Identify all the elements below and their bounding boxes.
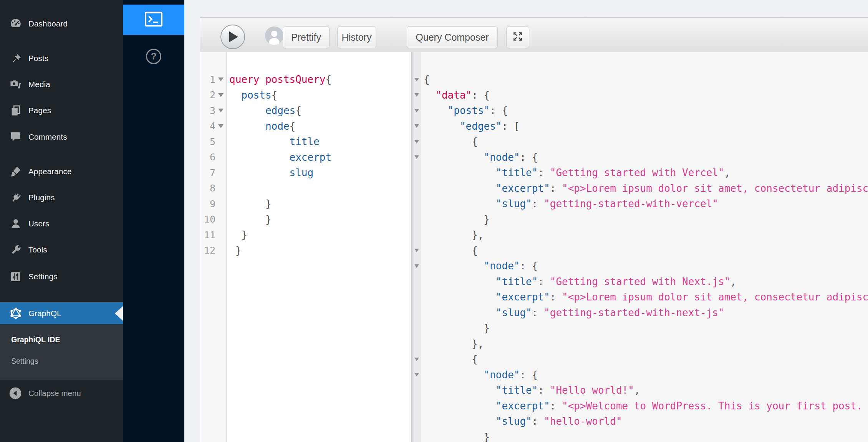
- code-line: "slug": "getting-started-with-vercel": [421, 196, 868, 212]
- gutter-row: [412, 320, 421, 336]
- gutter-row: 10: [200, 212, 226, 228]
- execute-query-button[interactable]: [220, 25, 245, 49]
- editor-gutter: 123456789101112: [200, 52, 227, 442]
- gutter-row: [412, 429, 421, 442]
- sidebar-item-label: Pages: [28, 106, 51, 115]
- graphiql-app: Prettify History Query Composer 12345678…: [200, 17, 868, 442]
- code-line: }: [421, 212, 868, 228]
- code-line: "node": {: [421, 150, 868, 165]
- code-line: {: [421, 134, 868, 150]
- fold-arrow-icon[interactable]: [218, 93, 224, 97]
- prettify-button[interactable]: Prettify: [283, 26, 330, 48]
- graphiql-rail: ?: [123, 0, 184, 442]
- sidebar-item-media[interactable]: Media: [0, 74, 123, 95]
- sidebar-item-pages[interactable]: Pages: [0, 100, 123, 121]
- fold-arrow-icon[interactable]: [414, 358, 419, 361]
- query-editor[interactable]: query postsQuery{ posts{ edges{ node{ ti…: [227, 52, 411, 442]
- submenu-item-graphiql-ide[interactable]: GraphiQL IDE: [11, 335, 60, 344]
- plug-icon: [9, 191, 22, 204]
- gutter-row: [412, 383, 421, 398]
- fullscreen-button[interactable]: [506, 26, 529, 48]
- code-line: {: [421, 72, 868, 87]
- wrench-icon: [9, 243, 22, 256]
- gutter-row: [412, 212, 421, 228]
- graphiql-toggle-button[interactable]: [123, 5, 184, 35]
- gutter-row: [412, 305, 421, 321]
- line-number: 6: [200, 152, 215, 163]
- fold-arrow-icon[interactable]: [218, 78, 224, 81]
- avatar[interactable]: [265, 26, 283, 45]
- fold-arrow-icon[interactable]: [218, 109, 224, 112]
- gutter-row: 5: [200, 134, 226, 150]
- gutter-row: 1: [200, 72, 226, 87]
- sidebar-item-label: Tools: [28, 245, 47, 254]
- gutter-row: [412, 227, 421, 243]
- code-line: "slug": "hello-world": [421, 414, 868, 429]
- fold-arrow-icon[interactable]: [414, 264, 419, 268]
- help-button[interactable]: ?: [123, 43, 184, 69]
- fold-arrow-icon[interactable]: [414, 155, 419, 159]
- code-line: }: [227, 227, 411, 243]
- fold-arrow-icon[interactable]: [414, 373, 419, 376]
- code-line: "data": {: [421, 87, 868, 103]
- fold-arrow-icon[interactable]: [218, 124, 224, 128]
- collapse-menu-button[interactable]: Collapse menu: [0, 385, 123, 402]
- code-line: }: [227, 196, 411, 212]
- code-line: },: [421, 227, 868, 243]
- collapse-icon: [8, 386, 22, 400]
- result-viewer: { "data": { "posts": { "edges": [ { "nod…: [421, 52, 868, 442]
- sidebar-item-label: Plugins: [28, 193, 55, 202]
- line-number: 8: [200, 183, 215, 194]
- gutter-row: 6: [200, 150, 226, 165]
- code-line: slug: [227, 165, 411, 181]
- sidebar-item-label: Media: [28, 80, 50, 89]
- paintbrush-icon: [9, 165, 22, 178]
- sidebar-item-users[interactable]: Users: [0, 213, 123, 234]
- submenu-item-settings[interactable]: Settings: [11, 357, 38, 366]
- gutter-row: [412, 72, 421, 87]
- sidebar-item-tools[interactable]: Tools: [0, 239, 123, 261]
- code-line: title: [227, 134, 411, 150]
- collapse-menu-label: Collapse menu: [28, 389, 81, 398]
- history-button[interactable]: History: [337, 26, 376, 48]
- fold-arrow-icon[interactable]: [414, 78, 419, 81]
- query-composer-button[interactable]: Query Composer: [407, 26, 498, 48]
- sidebar-item-comments[interactable]: Comments: [0, 126, 123, 148]
- sidebar-item-dashboard[interactable]: Dashboard: [0, 13, 123, 35]
- fold-arrow-icon[interactable]: [414, 93, 419, 97]
- code-line: }: [227, 243, 411, 259]
- wp-admin-sidebar: DashboardPostsMediaPagesCommentsAppearan…: [0, 0, 123, 442]
- sliders-icon: [9, 270, 22, 283]
- sidebar-item-appearance[interactable]: Appearance: [0, 161, 123, 182]
- fold-arrow-icon[interactable]: [414, 249, 419, 252]
- code-line: {: [421, 351, 868, 367]
- fold-arrow-icon[interactable]: [414, 109, 419, 112]
- gutter-row: [412, 196, 421, 212]
- code-line: "title": "Hello world!",: [421, 383, 868, 398]
- code-line: "excerpt": "<p>Lorem ipsum dolor sit ame…: [421, 181, 868, 196]
- expand-icon: [512, 31, 523, 45]
- sidebar-item-posts[interactable]: Posts: [0, 48, 123, 69]
- fold-arrow-icon[interactable]: [414, 124, 419, 128]
- sidebar-item-label: Users: [28, 219, 50, 228]
- code-line: }: [227, 212, 411, 228]
- gutter-row: 3: [200, 103, 226, 119]
- gutter-row: 4: [200, 119, 226, 134]
- gutter-row: [412, 165, 421, 181]
- gutter-row: [412, 243, 421, 259]
- sidebar-item-settings[interactable]: Settings: [0, 266, 123, 287]
- code-line: "slug": "getting-started-with-next-js": [421, 305, 868, 321]
- fold-arrow-icon[interactable]: [414, 140, 419, 143]
- graphiql-workspace: 123456789101112 query postsQuery{ posts{…: [200, 52, 868, 442]
- gutter-row: [412, 274, 421, 290]
- sidebar-item-label: Comments: [28, 132, 67, 142]
- sidebar-item-label: Appearance: [28, 167, 72, 176]
- sidebar-item-plugins[interactable]: Plugins: [0, 187, 123, 208]
- code-line: },: [421, 336, 868, 352]
- sidebar-item-graphql[interactable]: GraphQL: [0, 302, 123, 324]
- gutter-row: 8: [200, 181, 226, 196]
- gutter-row: [412, 103, 421, 119]
- line-number: 5: [200, 136, 215, 147]
- gutter-row: [412, 87, 421, 103]
- gutter-row: 2: [200, 87, 226, 103]
